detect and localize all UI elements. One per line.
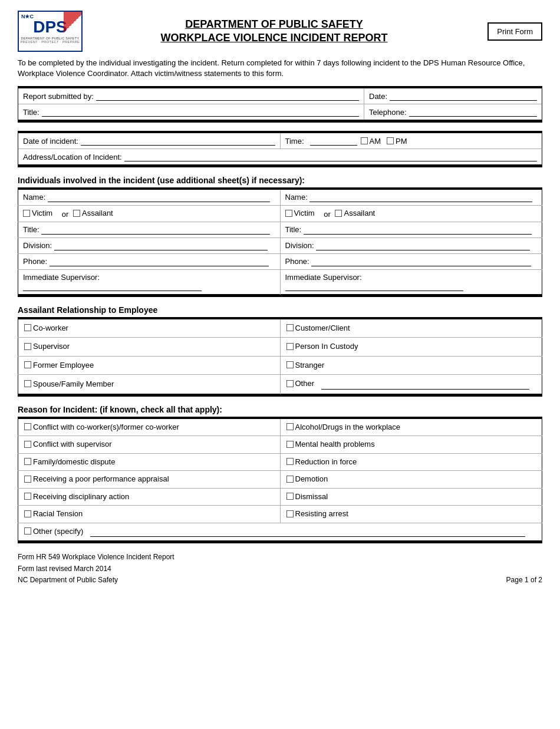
- individuals-table: Name: Name: Victim or Assailant: [18, 190, 542, 295]
- footer-line1: Form HR 549 Workplace Violence Incident …: [18, 552, 174, 563]
- reason-racial-label: Racial Tension: [24, 509, 83, 518]
- individuals-title-row: Title: Title:: [18, 222, 542, 237]
- logo-dps: DPS: [33, 19, 67, 35]
- address-label: Address/Location of Incident:: [23, 153, 122, 161]
- instructions-text: To be completed by the individual invest…: [18, 58, 542, 79]
- person1-name-input[interactable]: [48, 193, 271, 202]
- pm-checkbox[interactable]: [387, 137, 394, 144]
- reason-demotion-checkbox[interactable]: [286, 476, 294, 483]
- former-cell: Former Employee: [18, 356, 281, 375]
- assailant-row-2: Supervisor Person In Custody: [18, 338, 542, 357]
- former-label: Former Employee: [24, 361, 94, 370]
- reason-racial-checkbox[interactable]: [24, 510, 31, 517]
- reason-family-checkbox[interactable]: [24, 458, 31, 465]
- reason-reduction-checkbox[interactable]: [286, 458, 294, 465]
- reason-right-6: Resisting arrest: [280, 506, 542, 523]
- assailant-row-1: Co-worker Customer/Client: [18, 319, 542, 338]
- reason-disciplinary-checkbox[interactable]: [24, 493, 31, 500]
- person2-title-label: Title:: [285, 225, 302, 234]
- person1-victim-checkbox[interactable]: [23, 210, 30, 217]
- reason-other-label: Other (specify): [24, 527, 83, 536]
- title-label: Title:: [23, 108, 39, 117]
- person1-title-label: Title:: [23, 225, 39, 234]
- person2-name-input[interactable]: [309, 193, 532, 202]
- person2-assailant-checkbox[interactable]: [335, 210, 342, 217]
- other-rel-checkbox[interactable]: [286, 380, 294, 387]
- individuals-phone-row: Phone: Phone:: [18, 253, 542, 269]
- person1-name-cell: Name:: [18, 190, 281, 206]
- reason-row-6: Racial Tension Resisting arrest: [18, 506, 542, 523]
- reason-arrest-checkbox[interactable]: [286, 510, 294, 517]
- reason-other-checkbox[interactable]: [24, 527, 31, 535]
- reason-mental-label: Mental health problems: [286, 440, 375, 448]
- print-form-button[interactable]: Print Form: [487, 22, 542, 41]
- telephone-label: Telephone:: [369, 108, 407, 117]
- person2-title-input[interactable]: [304, 225, 532, 235]
- date-label: Date:: [369, 92, 387, 101]
- address-input[interactable]: [124, 152, 537, 161]
- am-label: AM: [361, 137, 381, 146]
- person1-assailant-checkbox[interactable]: [73, 210, 80, 217]
- custody-checkbox[interactable]: [286, 343, 294, 350]
- incident-date-label: Date of incident:: [23, 137, 78, 146]
- incident-date-input[interactable]: [81, 136, 275, 146]
- person2-supervisor-input[interactable]: [285, 282, 464, 291]
- reason-coworker-checkbox[interactable]: [24, 423, 31, 430]
- customer-label: Customer/Client: [286, 324, 350, 332]
- person2-victim-checkbox[interactable]: [285, 210, 292, 217]
- person1-division-input[interactable]: [54, 241, 268, 250]
- reason-row-1: Conflict with co-worker(s)/former co-wor…: [18, 419, 542, 436]
- coworker-label: Co-worker: [24, 324, 68, 332]
- incident-date-row: Date of incident: Time: AM PM: [18, 133, 542, 149]
- logo-box: N★C DPS DEPARTMENT OF PUBLIC SAFETY PREV…: [18, 11, 83, 52]
- person2-division-input[interactable]: [316, 241, 530, 250]
- other-rel-input[interactable]: [321, 380, 530, 390]
- submitted-by-cell: Report submitted by:: [18, 88, 364, 104]
- former-checkbox[interactable]: [24, 361, 31, 368]
- assailant-row-3: Former Employee Stranger: [18, 356, 542, 375]
- person1-supervisor-cell: Immediate Supervisor:: [18, 269, 281, 294]
- reason-alcohol-checkbox[interactable]: [286, 423, 294, 430]
- spouse-checkbox[interactable]: [24, 380, 31, 387]
- reason-dismissal-label: Dismissal: [286, 492, 328, 501]
- telephone-input[interactable]: [409, 107, 537, 117]
- title-input[interactable]: [42, 107, 359, 117]
- am-checkbox[interactable]: [361, 137, 368, 144]
- footer-left: Form HR 549 Workplace Violence Incident …: [18, 552, 174, 586]
- coworker-checkbox[interactable]: [24, 324, 31, 331]
- date-input[interactable]: [390, 91, 537, 101]
- coworker-cell: Co-worker: [18, 319, 281, 338]
- stranger-checkbox[interactable]: [286, 361, 294, 368]
- person1-phone-label: Phone:: [23, 257, 47, 266]
- submitter-row: Report submitted by: Date:: [18, 88, 542, 104]
- person1-title-input[interactable]: [41, 225, 270, 235]
- time-input[interactable]: [310, 136, 357, 146]
- reason-supervisor-label: Conflict with supervisor: [24, 440, 112, 448]
- reason-coworker-label: Conflict with co-worker(s)/former co-wor…: [24, 423, 179, 431]
- person1-phone-input[interactable]: [50, 257, 269, 266]
- customer-checkbox[interactable]: [286, 324, 294, 331]
- submitted-by-input[interactable]: [96, 91, 359, 101]
- time-label: Time:: [285, 137, 304, 146]
- person1-supervisor-input[interactable]: [23, 282, 202, 291]
- page-footer: Form HR 549 Workplace Violence Incident …: [18, 552, 542, 586]
- individuals-division-row: Division: Division:: [18, 237, 542, 253]
- reason-row-2: Conflict with supervisor Mental health p…: [18, 436, 542, 454]
- person2-phone-label: Phone:: [285, 257, 309, 266]
- person2-phone-input[interactable]: [311, 257, 531, 266]
- person2-victim-label: Victim: [285, 209, 315, 217]
- reason-right-1: Alcohol/Drugs in the workplace: [280, 419, 542, 436]
- individuals-title: Individuals involved in the incident (us…: [18, 176, 542, 185]
- reason-other-input[interactable]: [90, 527, 525, 537]
- reason-performance-checkbox[interactable]: [24, 476, 31, 483]
- supervisor-assailant-checkbox[interactable]: [24, 343, 31, 350]
- reason-mental-checkbox[interactable]: [286, 441, 294, 448]
- person1-division-cell: Division:: [18, 237, 281, 253]
- footer-page: Page 1 of 2: [506, 575, 542, 586]
- supervisor-cell: Supervisor: [18, 338, 281, 357]
- title-cell: Title:: [18, 104, 364, 120]
- reason-dismissal-checkbox[interactable]: [286, 493, 294, 500]
- person2-supervisor-label: Immediate Supervisor:: [285, 273, 362, 282]
- person1-division-label: Division:: [23, 241, 52, 250]
- reason-supervisor-checkbox[interactable]: [24, 441, 31, 448]
